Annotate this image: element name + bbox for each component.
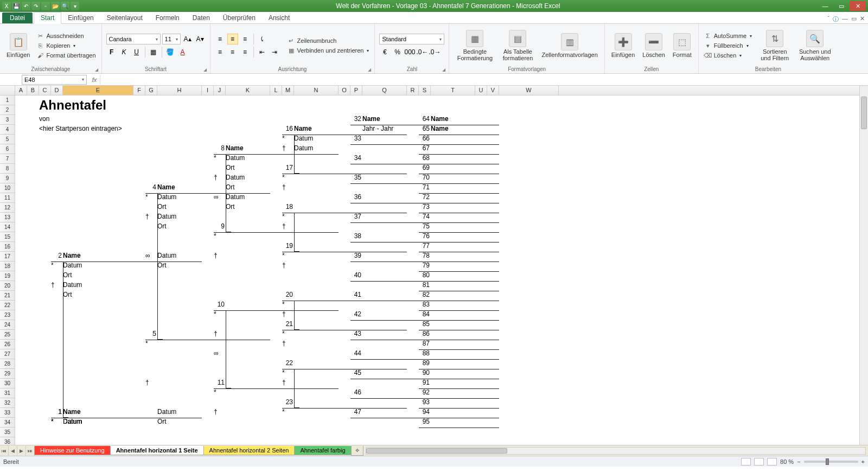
sheet-area[interactable]: Ahnentafelvon<hier Startperson eintragen… (15, 95, 859, 445)
cell-K6[interactable]: Name (226, 144, 244, 152)
cell-M30[interactable]: † (282, 379, 286, 386)
col-header-A[interactable]: A (15, 86, 27, 95)
cell-M5[interactable]: * (282, 135, 285, 142)
col-header-V[interactable]: V (487, 86, 499, 95)
name-box[interactable]: E48▾ (22, 75, 87, 85)
col-header-D[interactable]: D (51, 86, 63, 95)
window-min-icon[interactable]: — (842, 15, 848, 23)
cell-J31[interactable]: * (214, 388, 216, 396)
thousands-icon[interactable]: 000 (404, 47, 415, 58)
cell-P9[interactable]: 35 (350, 174, 361, 181)
col-header-C[interactable]: C (39, 86, 51, 95)
row-header-11[interactable]: 11 (0, 193, 15, 203)
cell-D17[interactable]: 2 (51, 252, 62, 259)
row-header-18[interactable]: 18 (0, 261, 15, 271)
cell-S33[interactable]: 94 (419, 408, 430, 416)
zoom-in-icon[interactable]: + (861, 458, 865, 465)
cell-M25[interactable]: * (282, 330, 285, 337)
cell-S10[interactable]: 71 (419, 183, 430, 191)
cell-P27[interactable]: 44 (350, 349, 361, 357)
cell-J22[interactable]: 10 (214, 301, 225, 308)
percent-icon[interactable]: % (392, 47, 403, 58)
cell-P25[interactable]: 43 (350, 330, 361, 337)
cell-M26[interactable]: † (282, 340, 286, 347)
cell-S8[interactable]: 69 (419, 164, 430, 171)
cell-S12[interactable]: 73 (419, 203, 430, 211)
sheet-tab-horizontal-1[interactable]: Ahnentafel horizontal 1 Seite (110, 446, 204, 455)
row-header-24[interactable]: 24 (0, 320, 15, 330)
cell-C3[interactable]: von (39, 115, 49, 123)
align-middle-icon[interactable]: ≡ (227, 34, 238, 44)
cell-S14[interactable]: 75 (419, 222, 430, 230)
cell-M10[interactable]: † (282, 183, 286, 191)
cell-P11[interactable]: 36 (350, 193, 361, 201)
row-header-13[interactable]: 13 (0, 213, 15, 222)
cell-P19[interactable]: 40 (350, 271, 361, 279)
excel-icon[interactable]: X (2, 2, 11, 10)
window-close-icon[interactable]: ✕ (860, 15, 865, 23)
cell-M23[interactable]: † (282, 310, 286, 318)
cell-D34[interactable]: * (51, 418, 54, 425)
minimize-ribbon-icon[interactable]: ˇ (827, 15, 829, 23)
row-header-30[interactable]: 30 (0, 379, 15, 388)
cell-M16[interactable]: 19 (282, 242, 293, 250)
cell-M24[interactable]: 21 (282, 320, 293, 328)
cell-M14[interactable]: † (282, 222, 286, 230)
cell-Q4[interactable]: Jahr - Jahr (362, 125, 393, 132)
tab-review[interactable]: Überprüfen (216, 12, 262, 23)
row-header-26[interactable]: 26 (0, 340, 15, 349)
cell-S34[interactable]: 95 (419, 418, 430, 425)
format-cells-button[interactable]: ⬚Format (671, 32, 694, 59)
cell-S29[interactable]: 90 (419, 369, 430, 377)
row-header-7[interactable]: 7 (0, 154, 15, 164)
cell-J33[interactable]: † (214, 408, 218, 416)
cell-G25[interactable]: 5 (145, 330, 156, 337)
select-all-corner[interactable] (0, 86, 15, 95)
dialog-launcher-icon[interactable]: ◢ (95, 67, 98, 72)
cell-S32[interactable]: 93 (419, 398, 430, 406)
fx-icon[interactable]: fx (89, 76, 100, 83)
col-header-B[interactable]: B (27, 86, 39, 95)
help-icon[interactable]: ⓘ (833, 15, 839, 23)
window-restore-icon[interactable]: ▭ (851, 15, 857, 23)
cell-M17[interactable]: * (282, 252, 285, 259)
autosum-button[interactable]: ΣAutoSumme▾ (703, 31, 754, 40)
tab-nav-next[interactable]: ▶ (17, 446, 26, 456)
dialog-launcher-icon[interactable]: ◢ (368, 67, 371, 72)
format-as-table-button[interactable]: ▤Als Tabelle formatieren (499, 29, 536, 62)
row-header-12[interactable]: 12 (0, 203, 15, 213)
cell-E17[interactable]: Name (63, 252, 81, 259)
number-format-combo[interactable]: Standard▾ (379, 34, 444, 44)
col-header-K[interactable]: K (226, 86, 270, 95)
minimize-button[interactable]: — (817, 1, 833, 11)
scroll-thumb[interactable] (861, 97, 867, 129)
view-pagelayout-icon[interactable] (754, 458, 764, 465)
dialog-launcher-icon[interactable]: ◢ (203, 67, 207, 72)
cell-S24[interactable]: 85 (419, 320, 430, 328)
cell-S22[interactable]: 83 (419, 301, 430, 308)
cell-J25[interactable]: † (214, 330, 218, 337)
row-header-6[interactable]: 6 (0, 144, 15, 154)
grow-font-icon[interactable]: A▴ (182, 34, 193, 44)
cell-S23[interactable]: 84 (419, 310, 430, 318)
cell-M13[interactable]: * (282, 213, 285, 220)
cell-P31[interactable]: 46 (350, 388, 361, 396)
row-header-20[interactable]: 20 (0, 281, 15, 291)
cell-T3[interactable]: Name (431, 115, 449, 123)
zoom-out-icon[interactable]: − (797, 458, 800, 465)
cell-J6[interactable]: 8 (214, 144, 225, 152)
cell-C4[interactable]: <hier Startperson eintragen> (39, 125, 122, 132)
vertical-scrollbar[interactable] (859, 86, 868, 445)
qat-more-icon[interactable]: ▾ (71, 2, 79, 10)
align-top-icon[interactable]: ≡ (215, 34, 226, 44)
row-header-21[interactable]: 21 (0, 291, 15, 301)
cell-S26[interactable]: 87 (419, 340, 430, 347)
cell-S17[interactable]: 78 (419, 252, 430, 259)
cell-J30[interactable]: 11 (214, 379, 225, 386)
close-button[interactable]: ✕ (850, 1, 866, 11)
cell-S9[interactable]: 70 (419, 174, 430, 181)
cell-S6[interactable]: 67 (419, 144, 430, 152)
col-header-L[interactable]: L (270, 86, 282, 95)
orientation-icon[interactable]: ⤹ (257, 34, 267, 44)
open-icon[interactable]: 📂 (51, 2, 60, 10)
